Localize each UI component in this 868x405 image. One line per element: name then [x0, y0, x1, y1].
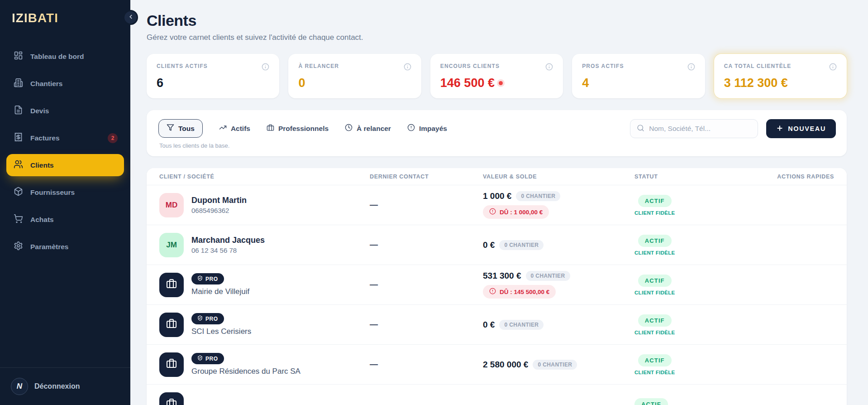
- stat-label: CA TOTAL CLIENTÈLE: [724, 63, 792, 69]
- status-badge: ACTIF: [638, 235, 672, 247]
- stat-value: 3 112 300 €: [724, 76, 837, 90]
- sidebar-item-devis[interactable]: Devis: [6, 100, 124, 122]
- sidebar-collapse-button[interactable]: [123, 10, 138, 25]
- status-sub: CLIENT FIDÈLE: [634, 210, 675, 216]
- briefcase-icon: [166, 318, 177, 331]
- shield-check-icon: [197, 315, 203, 322]
- sidebar-item-factures[interactable]: Factures 2: [6, 127, 124, 149]
- filter-bar: Tous Actifs Professionnels À relancer: [147, 110, 847, 156]
- client-value: 2 580 000 €: [483, 360, 528, 370]
- table-row[interactable]: PRO SCI Les Cerisiers — 0 € 0 CHANTIER A…: [147, 305, 847, 345]
- search-input[interactable]: [649, 125, 751, 133]
- pro-badge: PRO: [191, 313, 224, 324]
- chantier-pill: 0 CHANTIER: [526, 271, 570, 281]
- app-logo: IZIBATI: [0, 0, 130, 25]
- avatar: JM: [159, 233, 184, 257]
- page-title: Clients: [147, 12, 847, 29]
- sidebar-item-label: Factures: [30, 134, 60, 142]
- client-name: Dupont Martin: [191, 196, 247, 205]
- sidebar-item-label: Achats: [30, 216, 54, 224]
- main-content: Clients Gérez votre carnet clients et su…: [130, 0, 868, 405]
- shield-check-icon: [197, 355, 203, 362]
- shield-check-icon: [197, 275, 203, 282]
- column-header: ACTIONS RAPIDES: [766, 174, 834, 180]
- sidebar-item-tableau-de-bord[interactable]: Tableau de bord: [6, 45, 124, 68]
- column-header: STATUT: [634, 174, 766, 180]
- client-phone: 0685496362: [191, 207, 247, 214]
- info-icon[interactable]: [545, 63, 553, 71]
- funnel-icon: [167, 124, 174, 133]
- client-value: 0 €: [483, 240, 495, 250]
- table-row[interactable]: PRO Mairie de Villejuif — 531 300 € 0 CH…: [147, 265, 847, 305]
- due-pill: DÛ : 145 500,00 €: [483, 285, 556, 299]
- table-header: CLIENT / SOCIÉTÉ DERNIER CONTACT VALEUR …: [147, 168, 847, 185]
- chantier-pill: 0 CHANTIER: [499, 320, 544, 330]
- logout-button[interactable]: N Déconnexion: [11, 378, 119, 395]
- last-contact: —: [370, 320, 378, 329]
- alert-circle-icon: [489, 288, 496, 296]
- avatar: MD: [159, 193, 184, 217]
- sidebar-item-achats[interactable]: Achats: [6, 208, 124, 231]
- table-row[interactable]: PRO Groupe Résidences du Parc SA — 2 580…: [147, 345, 847, 385]
- sidebar-item-clients[interactable]: Clients: [6, 154, 124, 176]
- company-name: SCI Les Cerisiers: [191, 327, 251, 336]
- status-sub: CLIENT FIDÈLE: [634, 330, 675, 335]
- due-pill: DÛ : 1 000,00 €: [483, 205, 549, 219]
- filter-tab-impayes[interactable]: Impayés: [407, 120, 447, 137]
- sidebar-item-label: Clients: [30, 161, 54, 169]
- stat-label: À RELANCER: [298, 63, 339, 69]
- trending-up-icon: [219, 124, 227, 133]
- clients-table: CLIENT / SOCIÉTÉ DERNIER CONTACT VALEUR …: [147, 168, 847, 405]
- user-avatar: N: [11, 378, 28, 395]
- sidebar-item-parametres[interactable]: Paramètres: [6, 236, 124, 258]
- pro-badge: PRO: [191, 353, 224, 364]
- stat-value: 6: [157, 76, 269, 90]
- info-icon[interactable]: [262, 63, 269, 71]
- filter-tab-professionnels[interactable]: Professionnels: [267, 120, 329, 137]
- sidebar-item-fournisseurs[interactable]: Fournisseurs: [6, 181, 124, 203]
- filter-tab-actifs[interactable]: Actifs: [219, 120, 250, 137]
- package-icon: [14, 187, 23, 198]
- client-value: 531 300 €: [483, 271, 521, 281]
- table-row[interactable]: JM Marchand Jacques 06 12 34 56 78 — 0 €…: [147, 225, 847, 265]
- stat-card-ca-total: CA TOTAL CLIENTÈLE 3 112 300 €: [714, 54, 847, 98]
- table-row[interactable]: ACTIF: [147, 385, 847, 405]
- briefcase-icon: [166, 358, 177, 371]
- plus-icon: [776, 125, 783, 133]
- search-icon: [637, 124, 644, 134]
- sidebar-item-label: Tableau de bord: [30, 53, 84, 61]
- info-icon[interactable]: [687, 63, 695, 71]
- last-contact: —: [370, 240, 378, 249]
- sidebar-menu: Tableau de bord Chantiers Devis Factures…: [0, 45, 130, 258]
- filter-tab-tous[interactable]: Tous: [158, 119, 203, 138]
- info-icon[interactable]: [404, 63, 411, 71]
- company-name: Mairie de Villejuif: [191, 287, 249, 296]
- pro-avatar: [159, 352, 184, 377]
- cart-icon: [14, 214, 23, 225]
- status-badge: ACTIF: [638, 354, 672, 366]
- app-root: IZIBATI Tableau de bord Chantiers Devis …: [0, 0, 868, 405]
- stat-card-pros-actifs: PROS ACTIFS 4: [572, 54, 705, 98]
- info-icon[interactable]: [829, 63, 837, 71]
- sidebar-item-label: Chantiers: [30, 80, 63, 88]
- sidebar: IZIBATI Tableau de bord Chantiers Devis …: [0, 0, 130, 405]
- factures-badge: 2: [108, 133, 118, 143]
- table-row[interactable]: MD Dupont Martin 0685496362 — 1 000 € 0 …: [147, 185, 847, 225]
- stat-label: CLIENTS ACTIFS: [157, 63, 208, 69]
- logout-label: Déconnexion: [34, 382, 80, 391]
- chevron-left-icon: [128, 14, 134, 21]
- sidebar-item-chantiers[interactable]: Chantiers: [6, 72, 124, 95]
- filter-tabs: Tous Actifs Professionnels À relancer: [158, 119, 447, 138]
- search-box: [630, 119, 758, 138]
- document-icon: [14, 105, 23, 116]
- column-header: VALEUR & SOLDE: [483, 174, 634, 180]
- status-sub: CLIENT FIDÈLE: [634, 250, 675, 256]
- pro-avatar: [159, 392, 184, 405]
- dashboard-icon: [14, 51, 23, 62]
- new-client-button[interactable]: NOUVEAU: [766, 119, 836, 138]
- sidebar-item-label: Fournisseurs: [30, 188, 75, 197]
- briefcase-icon: [267, 124, 274, 133]
- stat-cards: CLIENTS ACTIFS 6 À RELANCER 0 ENCOURS CL…: [147, 54, 847, 98]
- filter-tab-a-relancer[interactable]: À relancer: [345, 120, 391, 137]
- briefcase-icon: [166, 278, 177, 291]
